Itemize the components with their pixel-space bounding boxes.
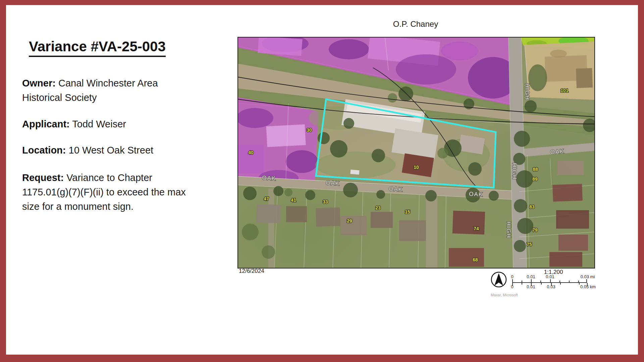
street-label-oak: OAK <box>326 180 340 187</box>
scalebar: 1:1,200 0 0.01 0.01 0.03 mi <box>488 267 602 301</box>
street-label-high: HIGH <box>511 163 518 180</box>
scale-tick <box>531 279 532 282</box>
street-label-high: HIGH <box>524 83 530 101</box>
scale-tick <box>579 283 580 285</box>
scale-tick <box>586 279 587 282</box>
scale-km-label: 0.03 <box>547 284 555 289</box>
scale-tick <box>522 283 522 285</box>
map-graphics: OAK OAK OAK OAK OAK HIGH HIGH HIGH 30 40… <box>238 38 594 268</box>
owner-label: Owner: <box>22 78 56 88</box>
driveway <box>426 194 437 268</box>
street-label-high: HIGH <box>505 222 512 239</box>
scale-km-label: 0 <box>511 284 513 289</box>
north-arrow-icon <box>490 271 507 288</box>
owner-field: Owner: Canal Winchester Area Historical … <box>22 76 186 105</box>
location-value: 10 West Oak Street <box>69 145 154 156</box>
scale-mi-label: 0 <box>511 274 513 279</box>
page-title: Variance #VA-25-003 <box>29 39 166 57</box>
parcel-label: 75 <box>527 242 532 247</box>
scale-tick <box>540 281 541 282</box>
parcel-label: 29 <box>347 218 352 224</box>
parcel-label: 10 <box>414 165 419 170</box>
scale-km-label: 0.05 km <box>580 284 596 289</box>
scale-tick <box>512 279 513 282</box>
request-label: Request: <box>22 172 64 183</box>
scale-tick <box>569 281 570 282</box>
scale-mi-label: 0.01 <box>546 274 554 279</box>
scale-mi-label: 0.03 mi <box>581 274 595 279</box>
map-date: 12/6/2024 <box>239 268 264 275</box>
purple-zone-lower <box>238 97 319 187</box>
parcel-label: 23 <box>375 205 381 210</box>
parcel-label: 101 <box>560 88 569 93</box>
parcel-label: 41 <box>291 197 296 203</box>
scale-tick <box>522 281 522 282</box>
slide: Variance #VA-25-003 Owner: Canal Winches… <box>0 0 644 362</box>
scale-tick <box>550 279 551 282</box>
request-field: Request: Variance to Chapter 1175.01(g)(… <box>22 171 186 214</box>
parcel-label: 15 <box>405 209 410 215</box>
parcel-label: 74 <box>474 226 479 231</box>
parcel-label: 30 <box>307 127 312 133</box>
scale-km-label: 0.01 <box>527 284 535 289</box>
map-title: O.P. Chaney <box>382 19 449 29</box>
scale-bar-line <box>512 282 587 283</box>
parcel-label: 83 <box>529 204 535 209</box>
street-label-oak: OAK <box>389 186 403 193</box>
street-label-oak: OAK <box>550 148 565 156</box>
parcel-label: 47 <box>264 196 269 201</box>
parcel-label: 88 <box>533 167 538 172</box>
parcel-label: 89 <box>532 176 538 182</box>
street-label-oak: OAK <box>469 191 483 198</box>
scale-mi-label: 0.01 <box>527 274 535 279</box>
parcel-label: 33 <box>323 199 328 204</box>
applicant-label: Applicant: <box>22 119 70 129</box>
applicant-value: Todd Weiser <box>72 119 126 129</box>
parcel-label: 40 <box>248 150 254 155</box>
map-attribution: Maxar, Microsoft <box>491 293 518 297</box>
scale-tick <box>560 283 561 285</box>
tan-parcel <box>525 42 594 100</box>
scale-tick <box>541 283 542 285</box>
parcel-label: 68 <box>473 257 478 262</box>
location-field: Location: 10 West Oak Street <box>22 143 186 158</box>
street-label-oak: OAK <box>262 175 276 182</box>
scale-tick <box>559 281 560 282</box>
parcel-label: 79 <box>532 227 538 233</box>
parcel-map: OAK OAK OAK OAK OAK HIGH HIGH HIGH 30 40… <box>237 37 595 268</box>
applicant-field: Applicant: Todd Weiser <box>22 117 186 131</box>
scale-tick <box>578 281 579 282</box>
slide-content: Variance #VA-25-003 Owner: Canal Winches… <box>6 5 638 355</box>
location-label: Location: <box>22 145 66 156</box>
